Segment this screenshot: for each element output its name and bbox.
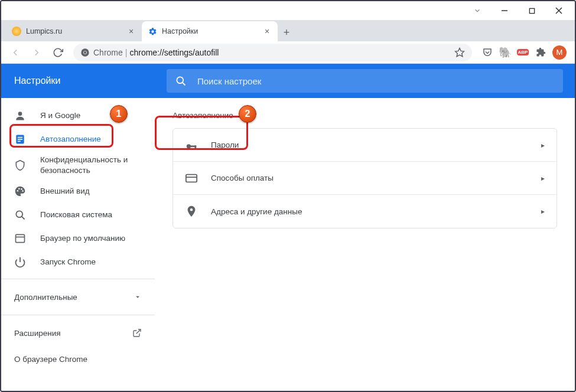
- svg-rect-1: [529, 8, 534, 13]
- chrome-logo-icon: [80, 48, 90, 57]
- nav-about-chrome[interactable]: О браузере Chrome: [1, 346, 155, 372]
- location-icon: [185, 205, 198, 218]
- chevron-down-icon: [134, 293, 142, 301]
- nav-extensions[interactable]: Расширения: [1, 320, 155, 346]
- window-chevron-icon[interactable]: [464, 2, 491, 19]
- tab-strip: Lumpics.ru × Настройки × +: [1, 20, 575, 41]
- nav-advanced-toggle[interactable]: Дополнительные: [1, 284, 155, 310]
- abp-icon[interactable]: ABP: [517, 47, 529, 58]
- svg-rect-10: [18, 137, 22, 138]
- nav-item-on-startup[interactable]: Запуск Chrome: [1, 250, 155, 274]
- svg-rect-28: [195, 145, 197, 149]
- search-icon: [14, 209, 26, 221]
- open-external-icon: [132, 328, 142, 338]
- settings-content: Настройки Я и Google Автозаполнение Конф…: [1, 64, 575, 391]
- nav-label: Внешний вид: [40, 186, 142, 197]
- pocket-icon[interactable]: [481, 47, 493, 58]
- address-bar[interactable]: Chrome | chrome://settings/autofill: [73, 44, 472, 61]
- nav-label: Браузер по умолчанию: [40, 233, 142, 244]
- forward-button[interactable]: [27, 43, 46, 62]
- settings-search-box[interactable]: [167, 69, 563, 93]
- search-icon: [175, 75, 187, 87]
- person-icon: [14, 110, 26, 122]
- about-label: О браузере Chrome: [14, 355, 87, 364]
- nav-item-appearance[interactable]: Внешний вид: [1, 179, 155, 203]
- palette-icon: [14, 185, 26, 197]
- advanced-label: Дополнительные: [14, 293, 77, 302]
- svg-point-13: [17, 190, 19, 192]
- window-titlebar: [1, 1, 575, 20]
- annotation-callout-1: 1: [110, 105, 128, 123]
- tab-close-icon[interactable]: ×: [262, 27, 272, 36]
- nav-item-you-and-google[interactable]: Я и Google: [1, 104, 155, 128]
- divider: [1, 279, 155, 279]
- svg-line-18: [22, 217, 25, 220]
- extension-icons: 🐘 ABP M: [478, 45, 570, 60]
- tab-title: Настройки: [162, 27, 262, 35]
- svg-point-8: [18, 112, 22, 116]
- row-payment-methods[interactable]: Способы оплаты ▸: [173, 162, 557, 195]
- shield-icon: [14, 159, 26, 171]
- autofill-card: Пароли ▸ Способы оплаты ▸ Адреса и други…: [173, 128, 557, 228]
- url-path: chrome://settings/autofill: [129, 48, 219, 57]
- svg-marker-22: [136, 296, 139, 298]
- window-close-button[interactable]: [545, 2, 572, 19]
- svg-point-16: [22, 190, 24, 192]
- url-separator: |: [125, 48, 128, 57]
- settings-search-input[interactable]: [197, 76, 555, 86]
- svg-point-24: [177, 77, 183, 83]
- svg-marker-7: [455, 48, 464, 56]
- settings-title: Настройки: [1, 64, 155, 98]
- row-label: Пароли: [211, 141, 541, 149]
- nav-label: Запуск Chrome: [40, 257, 142, 267]
- extensions-puzzle-icon[interactable]: [535, 47, 546, 58]
- tab-settings[interactable]: Настройки ×: [142, 21, 278, 41]
- chevron-right-icon: ▸: [541, 207, 545, 215]
- reload-button[interactable]: [48, 43, 67, 62]
- favicon-icon: [148, 27, 157, 36]
- section-title: Автозаполнение: [173, 111, 557, 120]
- nav-item-privacy[interactable]: Конфиденциальность и безопасность: [1, 151, 155, 179]
- svg-point-6: [84, 51, 86, 53]
- svg-point-17: [16, 211, 22, 217]
- chevron-right-icon: ▸: [541, 141, 545, 149]
- main-body: Автозаполнение Пароли ▸ Способы оплаты ▸: [155, 98, 575, 391]
- back-button[interactable]: [6, 43, 25, 62]
- bookmark-star-icon[interactable]: [454, 47, 465, 58]
- svg-rect-12: [18, 141, 21, 142]
- window-maximize-button[interactable]: [518, 2, 545, 19]
- nav-item-search-engine[interactable]: Поисковая система: [1, 203, 155, 227]
- row-label: Способы оплаты: [211, 174, 541, 182]
- svg-line-23: [136, 329, 141, 334]
- tab-lumpics[interactable]: Lumpics.ru ×: [6, 21, 142, 41]
- nav-label: Поисковая система: [40, 210, 142, 220]
- svg-rect-11: [18, 139, 22, 140]
- new-tab-button[interactable]: +: [278, 24, 295, 41]
- profile-avatar[interactable]: M: [552, 45, 567, 60]
- svg-rect-29: [186, 174, 197, 182]
- annotation-callout-2: 2: [239, 105, 256, 123]
- browser-icon: [14, 233, 26, 244]
- evernote-icon[interactable]: 🐘: [499, 47, 511, 58]
- svg-point-14: [18, 188, 19, 190]
- tab-title: Lumpics.ru: [26, 27, 126, 35]
- power-icon: [14, 256, 26, 268]
- nav-label: Конфиденциальность и безопасность: [40, 155, 142, 175]
- tab-close-icon[interactable]: ×: [126, 27, 136, 36]
- svg-point-26: [187, 144, 191, 148]
- row-label: Адреса и другие данные: [211, 207, 541, 216]
- row-addresses[interactable]: Адреса и другие данные ▸: [173, 195, 557, 228]
- extensions-label: Расширения: [14, 329, 61, 338]
- autofill-icon: [14, 133, 26, 145]
- nav-item-default-browser[interactable]: Браузер по умолчанию: [1, 227, 155, 250]
- window-minimize-button[interactable]: [491, 2, 518, 19]
- svg-rect-19: [16, 234, 25, 242]
- svg-point-15: [21, 188, 22, 190]
- divider: [1, 315, 155, 315]
- settings-main: Автозаполнение Пароли ▸ Способы оплаты ▸: [155, 64, 575, 391]
- card-icon: [185, 172, 198, 185]
- favicon-icon: [12, 27, 21, 36]
- row-passwords[interactable]: Пароли ▸: [173, 129, 557, 162]
- nav-item-autofill[interactable]: Автозаполнение: [1, 128, 155, 151]
- nav-list: Я и Google Автозаполнение Конфиденциальн…: [1, 98, 155, 378]
